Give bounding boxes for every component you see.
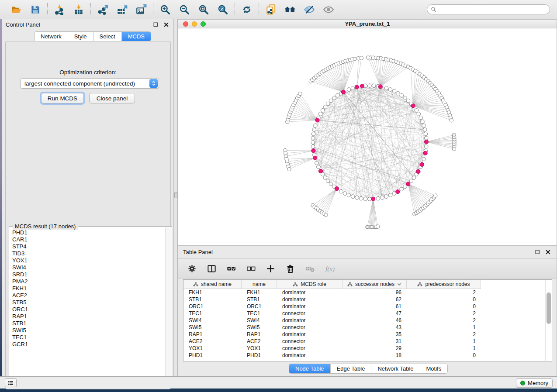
satellite-node[interactable] [287,167,291,171]
node[interactable] [421,120,425,124]
node[interactable] [400,93,404,97]
mcds-result-node[interactable]: SRD1 [12,271,165,278]
dominator-node[interactable] [318,169,322,173]
table-row[interactable]: STB1STB1dominator620 [183,296,545,303]
node[interactable] [400,187,404,191]
node[interactable] [424,132,428,136]
show-button[interactable] [321,2,336,17]
mcds-result-node[interactable]: ORC1 [12,306,165,313]
mcds-result-node[interactable]: STP4 [12,243,165,250]
column-header-predecessor-nodes[interactable]: predecessor nodes [407,280,481,289]
node[interactable] [409,179,413,183]
dominator-node[interactable] [311,149,315,153]
float-table-panel-icon[interactable] [534,248,541,256]
node[interactable] [312,128,316,132]
tab-select[interactable]: Select [93,32,121,41]
dominator-node[interactable] [411,104,415,108]
tab-network[interactable]: Network [35,32,68,41]
table-row[interactable]: YOX1YOX1connector291 [183,345,545,352]
dominator-node[interactable] [335,186,339,190]
dominator-node[interactable] [420,162,424,166]
satellite-node[interactable] [353,57,356,61]
table-row[interactable]: SWI4SWI4dominator462 [183,317,545,324]
table-scrollbar[interactable] [545,280,552,361]
table-row[interactable]: PHD1PHD1dominator180 [183,352,545,359]
dominator-node[interactable] [315,118,319,122]
satellite-node[interactable] [360,56,363,60]
zoom-fit-button[interactable] [196,2,211,17]
mcds-result-node[interactable]: YOX1 [12,257,165,264]
dominator-node[interactable] [416,169,420,173]
hide-button[interactable] [301,2,317,17]
dominator-node[interactable] [371,197,375,201]
node[interactable] [388,88,392,92]
mcds-result-node[interactable]: ACE2 [12,292,165,299]
node[interactable] [424,144,428,148]
node[interactable] [311,132,315,136]
memory-button[interactable]: Memory [516,378,553,388]
dominator-node[interactable] [341,90,345,94]
table-row[interactable]: ORC1ORC1dominator610 [183,303,545,310]
settings-button[interactable] [185,262,198,275]
dominator-node[interactable] [360,84,364,88]
node[interactable] [326,179,330,183]
node[interactable] [422,124,426,127]
close-table-panel-icon[interactable] [544,248,552,256]
close-panel-icon[interactable] [163,21,170,28]
splitter-grip[interactable] [174,192,177,198]
node[interactable] [323,176,327,180]
mcds-result-node[interactable]: TID3 [12,250,165,257]
table-scrollbar-thumb[interactable] [547,292,551,324]
close-panel-button[interactable]: Close panel [89,93,135,103]
node[interactable] [336,93,339,97]
export-image-button[interactable] [133,2,149,17]
node[interactable] [318,112,322,116]
zoom-out-button[interactable] [176,2,192,17]
node[interactable] [347,193,351,197]
dominator-node[interactable] [313,156,317,160]
mcds-result-node[interactable]: RAP1 [12,313,165,320]
network-canvas[interactable] [178,28,557,245]
node[interactable] [368,84,372,88]
satellite-node[interactable] [434,194,437,197]
node[interactable] [355,196,359,199]
node[interactable] [311,141,315,144]
node[interactable] [343,192,347,196]
satellite-node[interactable] [376,225,379,228]
add-column-button[interactable] [264,262,277,275]
import-network-button[interactable] [52,2,67,17]
refresh-button[interactable] [239,2,255,17]
run-mcds-button[interactable]: Run MCDS [41,93,84,103]
network-document-button[interactable] [263,2,279,17]
tab-mcds[interactable]: MCDS [121,32,151,41]
dominator-node[interactable] [396,189,400,193]
table-row[interactable]: TEC1TEC1connector472 [183,310,545,317]
column-header-name[interactable]: name [242,280,277,289]
dominator-node[interactable] [406,182,410,186]
node[interactable] [311,136,315,140]
node[interactable] [423,128,427,132]
tab-edge-table[interactable]: Edge Table [330,364,371,373]
optimization-criterion-select[interactable]: largest connected component (undirected) [20,78,159,89]
open-button[interactable] [8,2,24,17]
mcds-result-node[interactable]: STB1 [12,320,165,327]
node[interactable] [396,91,400,95]
column-header-successor-nodes[interactable]: successor nodes [343,280,407,289]
tab-network-table[interactable]: Network Table [371,364,419,373]
mcds-result-node[interactable]: SWI5 [12,327,165,334]
table-row[interactable]: FKH1FKH1dominator962 [183,289,545,296]
search-input[interactable] [439,7,546,13]
node[interactable] [424,136,428,140]
node[interactable] [311,144,315,148]
mcds-result-node[interactable]: CAR1 [12,236,165,243]
node[interactable] [403,96,407,100]
node[interactable] [317,165,321,169]
node[interactable] [363,197,367,201]
node[interactable] [376,196,380,200]
export-table-button[interactable] [114,2,130,17]
node[interactable] [388,193,392,197]
node[interactable] [406,99,410,103]
table-row[interactable]: RAP1RAP1dominator352 [183,331,545,338]
node[interactable] [403,185,407,189]
tab-node-table[interactable]: Node Table [289,364,330,373]
